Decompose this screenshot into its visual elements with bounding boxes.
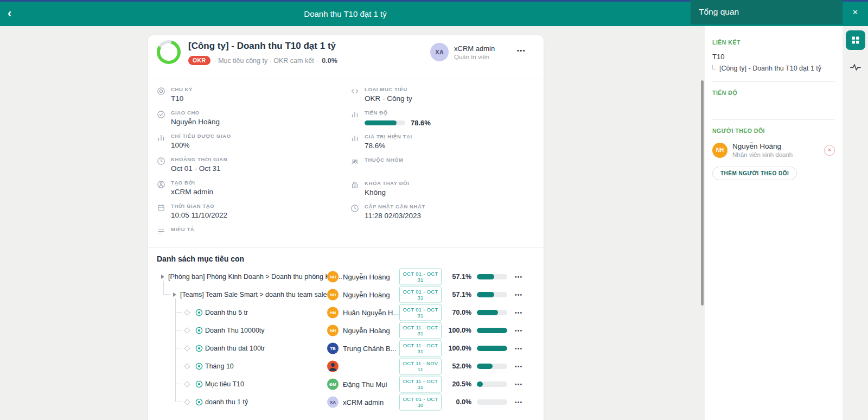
date-range-badge: OCT 01 - OCT 31: [399, 268, 442, 285]
children-list: [Phòng ban] Phòng Kinh Doanh > Doanh thu…: [148, 268, 544, 411]
row-more-options-icon[interactable]: •••: [515, 363, 522, 369]
row-more-options-icon[interactable]: •••: [515, 399, 522, 405]
assignee-avatar: HN: [327, 307, 339, 318]
divider: [712, 81, 835, 82]
detail-cycle: CHU KỲT10: [157, 86, 344, 103]
app-screen: ‹ Doanh thu T10 đạt 1 tỷ Tổng quan ✕ [Cô…: [0, 0, 868, 420]
row-percent: 100.0%: [446, 327, 471, 334]
target-icon: [195, 362, 203, 370]
child-objective-title[interactable]: Tháng 10: [205, 362, 234, 370]
row-percent: 0.0%: [446, 398, 471, 406]
owner-block: XA xCRM admin Quản trị viên: [430, 43, 495, 61]
child-objective-row[interactable]: [Phòng ban] Phòng Kinh Doanh > Doanh thu…: [148, 268, 544, 285]
assignee-name: Đặng Thu Mụi: [343, 380, 399, 388]
assignee-avatar: NH: [327, 271, 339, 282]
tree-elbow-icon: [712, 65, 716, 69]
detail-description: MIÊU TẢ: [157, 226, 344, 243]
row-progress-fill: [477, 328, 507, 333]
date-range-badge: OCT 01 - OCT 30: [399, 393, 442, 410]
target-icon: [195, 380, 203, 388]
row-progress-bar: [477, 274, 507, 279]
remove-follower-button[interactable]: ✕: [824, 145, 835, 156]
detail-created-time: THỜI GIAN TẠO10:05 11/10/2022: [157, 203, 344, 220]
child-objective-row[interactable]: Tháng 10 OCT 11 - NOV 11 52.0% •••: [148, 357, 544, 375]
child-objective-title[interactable]: Doanh thu 5 tr: [205, 309, 248, 316]
target-icon: [195, 327, 203, 334]
person-photo-icon: [327, 360, 339, 372]
activity-button[interactable]: [849, 63, 862, 72]
progress-bar: 78.6%: [365, 119, 431, 127]
diamond-bullet-icon: [184, 363, 190, 369]
child-objective-row[interactable]: [Teams] Team Sale Smart > doanh thu team…: [148, 285, 544, 303]
cycle-link[interactable]: T10: [712, 53, 835, 61]
detail-current-value: GIÁ TRỊ HIỆN TẠI78.6%: [350, 133, 538, 150]
calendar-icon: [157, 203, 165, 212]
code-brackets-icon: [350, 87, 359, 96]
clock-icon: [157, 157, 165, 166]
expand-arrow-icon[interactable]: [173, 292, 176, 297]
follower-role: Nhân viên kinh doanh: [732, 151, 793, 158]
tool-strip: [843, 26, 868, 420]
close-panel-button[interactable]: ✕: [843, 0, 868, 24]
detail-assignee: GIAO CHONguyễn Hoàng: [157, 110, 344, 126]
assignee-name: Nguyễn Hoàng: [343, 290, 399, 298]
assignee-name: Huân Nguyễn H...: [343, 308, 399, 316]
assignee-name: Trung Chánh B...: [343, 344, 399, 352]
follower-item: NH Nguyễn Hoàng Nhân viên kinh doanh ✕: [712, 142, 835, 158]
overview-grid-button[interactable]: [846, 30, 865, 50]
child-objective-row[interactable]: Doanh thu dat 100tr TB Trung Chánh B... …: [148, 339, 544, 357]
clock-icon: [350, 204, 359, 213]
child-objective-row[interactable]: doanh thu 1 tỷ XA xCRM admin OCT 01 - OC…: [148, 393, 544, 411]
assignee-avatar: ĐM: [327, 378, 339, 390]
target-icon: [195, 309, 203, 316]
diamond-bullet-icon: [184, 345, 190, 351]
row-more-options-icon[interactable]: •••: [515, 345, 522, 351]
date-range-badge: OCT 11 - OCT 31: [399, 340, 442, 357]
expand-arrow-icon[interactable]: [161, 275, 164, 279]
row-percent: 20.5%: [446, 380, 471, 388]
row-progress-bar: [477, 292, 507, 297]
child-objective-row[interactable]: Mục tiêu T10 ĐM Đặng Thu Mụi OCT 11 - OC…: [148, 375, 544, 393]
assignee-avatar: XA: [327, 396, 339, 408]
panel-scrollbar-track: [691, 26, 705, 420]
diamond-bullet-icon: [184, 309, 190, 315]
row-progress-bar: [477, 364, 507, 369]
child-objective-title[interactable]: doanh thu 1 tỷ: [205, 398, 248, 406]
add-follower-button[interactable]: THÊM NGƯỜI THEO DÕI: [712, 167, 797, 180]
card-more-options-icon[interactable]: •••: [517, 47, 526, 54]
panel-scrollbar-thumb[interactable]: [701, 80, 704, 306]
child-objective-row[interactable]: Doanh Thu 10000ty NH Nguyễn Hoàng OCT 11…: [148, 321, 544, 339]
objective-link[interactable]: [Công ty] - Doanh thu T10 đạt 1 tỷ: [719, 65, 821, 72]
row-percent: 57.1%: [446, 291, 471, 298]
row-percent: 52.0%: [446, 362, 471, 370]
diamond-bullet-icon: [184, 381, 190, 387]
child-objective-title[interactable]: Doanh thu dat 100tr: [205, 345, 265, 352]
okr-badge: OKR: [188, 56, 210, 65]
progress-bar-fill: [365, 120, 397, 125]
child-objective-title[interactable]: [Teams] Team Sale Smart > doanh thu team…: [180, 291, 338, 298]
target-circle-icon: [157, 87, 165, 96]
people-icon: [350, 157, 359, 166]
objective-subtitle-row: OKR · Mục tiêu công ty · OKR cam kết · 0…: [188, 56, 337, 65]
detail-last-updated: CẬP NHẬT GẦN NHẤT11:28 02/03/2023: [350, 203, 538, 220]
child-objective-title[interactable]: [Phòng ban] Phòng Kinh Doanh > Doanh thu…: [168, 273, 342, 281]
bar-chart-icon: [350, 134, 359, 143]
detail-assigned-target: CHỈ TIÊU ĐƯỢC GIAO100%: [157, 133, 344, 150]
child-objective-row[interactable]: Doanh thu 5 tr HN Huân Nguyễn H... OCT 0…: [148, 303, 544, 321]
assignee-avatar-photo: [327, 360, 339, 372]
child-objective-title[interactable]: Mục tiêu T10: [205, 380, 244, 388]
row-more-options-icon[interactable]: •••: [515, 291, 522, 297]
owner-role: Quản trị viên: [454, 54, 495, 60]
row-more-options-icon[interactable]: •••: [515, 273, 522, 279]
row-more-options-icon[interactable]: •••: [515, 327, 522, 333]
progress-percent: 78.6%: [411, 119, 431, 127]
diamond-bullet-icon: [184, 327, 190, 333]
row-progress-fill: [477, 364, 493, 369]
assignee-name: Nguyễn Hoàng: [343, 272, 399, 281]
child-objective-title[interactable]: Doanh Thu 10000ty: [205, 327, 265, 334]
assignee-avatar: NH: [327, 324, 339, 336]
owner-name: xCRM admin: [454, 44, 495, 53]
detail-objective-type: LOẠI MỤC TIÊUOKR - Công ty: [350, 86, 538, 103]
row-more-options-icon[interactable]: •••: [515, 381, 522, 387]
row-more-options-icon[interactable]: •••: [515, 309, 522, 315]
